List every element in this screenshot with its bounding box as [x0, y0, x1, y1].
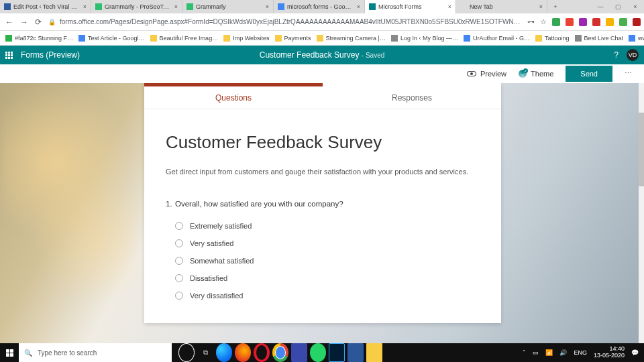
bookmark-item[interactable]: UrAuthor Email - G… — [464, 35, 530, 42]
ext-icon[interactable] — [633, 18, 641, 26]
ext-icon[interactable] — [592, 18, 600, 26]
battery-icon[interactable]: ▭ — [533, 349, 539, 356]
radio-icon — [175, 274, 183, 282]
forward-icon[interactable]: → — [20, 17, 28, 27]
scrollbar-thumb[interactable] — [639, 113, 644, 186]
browser-tab[interactable]: Edit Post ‹ Tech Viral — Wor× — [0, 0, 91, 13]
form-title[interactable]: Customer Feedback Survey — [166, 132, 480, 153]
form-description[interactable]: Get direct input from customers and gaug… — [166, 168, 480, 176]
options-list: Extremely satisfied Very satisfied Somew… — [166, 217, 480, 304]
explorer-icon[interactable] — [366, 343, 382, 362]
question-text: 1.Overall, how satisfied are you with ou… — [166, 200, 480, 208]
opera-icon[interactable] — [254, 343, 270, 362]
firefox-icon[interactable] — [235, 343, 251, 362]
tray-chevron-icon[interactable]: ˄ — [523, 349, 526, 356]
browser-tab-strip: Edit Post ‹ Tech Viral — Wor× Grammarly … — [0, 0, 644, 13]
back-icon[interactable]: ← — [5, 17, 13, 27]
tab-questions[interactable]: Questions — [144, 86, 323, 109]
window-close-icon[interactable]: × — [627, 0, 644, 13]
language-indicator[interactable]: ENG — [574, 349, 587, 356]
user-avatar[interactable]: VD — [627, 49, 639, 61]
preview-button[interactable]: Preview — [467, 70, 506, 78]
close-icon[interactable]: × — [357, 3, 360, 10]
option-item[interactable]: Very dissatisfied — [175, 287, 480, 304]
bookmark-item[interactable]: #fa872c Stunning F… — [5, 35, 73, 42]
option-item[interactable]: Very satisfied — [175, 235, 480, 252]
more-icon[interactable]: ⋯ — [625, 69, 633, 78]
help-icon[interactable]: ? — [614, 50, 619, 60]
windows-taskbar: 🔍Type here to search ⧉ ˄ ▭ 📶 🔊 ENG 14:40… — [0, 343, 644, 362]
bookmark-item[interactable]: www.bootnet.in - G… — [629, 35, 644, 42]
search-icon: 🔍 — [24, 349, 32, 357]
browser-tab[interactable]: Grammarly - ProSeoTools_× — [91, 0, 182, 13]
word-icon[interactable] — [347, 343, 364, 362]
wifi-icon[interactable]: 📶 — [545, 349, 553, 356]
app-launcher-icon[interactable] — [5, 52, 13, 59]
theme-icon: ✓ — [519, 70, 527, 78]
star-icon[interactable]: ☆ — [540, 17, 547, 26]
theme-button[interactable]: ✓Theme — [519, 70, 553, 78]
scrollbar[interactable] — [639, 83, 644, 343]
tab-responses[interactable]: Responses — [323, 86, 501, 109]
radio-icon — [175, 239, 183, 247]
browser-tab[interactable]: New Tab× — [456, 0, 547, 13]
eye-icon — [467, 71, 476, 76]
radio-icon — [175, 257, 183, 265]
form-canvas: Questions Responses Customer Feedback Su… — [0, 83, 644, 343]
close-icon[interactable]: × — [174, 3, 178, 10]
url-text: forms.office.com/Pages/DesignPage.aspx#F… — [60, 18, 521, 25]
lock-icon: 🔒 — [48, 19, 56, 25]
task-view-icon[interactable]: ⧉ — [197, 343, 213, 362]
forms-action-bar: Preview ✓Theme Send ⋯ — [0, 64, 644, 83]
browser-tab[interactable]: Microsoft Forms× — [365, 0, 456, 13]
cortana-icon[interactable] — [178, 343, 195, 362]
bookmark-item[interactable]: Best Live Chat — [575, 35, 624, 42]
radio-icon — [175, 292, 183, 300]
bookmark-item[interactable]: Test Article - Googl… — [78, 35, 145, 42]
browser-tab[interactable]: microsoft forms - Google Se× — [274, 0, 365, 13]
bookmark-item[interactable]: Imp Websites — [223, 35, 269, 42]
address-bar: ← → ⟳ 🔒 forms.office.com/Pages/DesignPag… — [0, 13, 644, 31]
bookmark-item[interactable]: Payments — [275, 35, 311, 42]
product-name[interactable]: Forms (Preview) — [21, 50, 80, 60]
bookmark-item[interactable]: Tattooing — [535, 35, 570, 42]
key-icon[interactable]: ⊶ — [527, 17, 535, 26]
ext-icon[interactable] — [606, 18, 614, 26]
document-title: Customer Feedback Survey - Saved — [260, 50, 385, 60]
url-field[interactable]: 🔒 forms.office.com/Pages/DesignPage.aspx… — [48, 18, 521, 25]
edge-icon[interactable] — [216, 343, 232, 362]
volume-icon[interactable]: 🔊 — [559, 349, 567, 356]
ext-icon[interactable] — [566, 18, 574, 26]
ext-icon[interactable] — [552, 18, 560, 26]
option-item[interactable]: Somewhat satisfied — [175, 252, 480, 269]
close-icon[interactable]: × — [266, 3, 269, 10]
browser-tab[interactable]: Grammarly× — [182, 0, 274, 13]
form-card: Questions Responses Customer Feedback Su… — [144, 83, 501, 323]
chrome-icon[interactable] — [272, 343, 288, 362]
close-icon[interactable]: × — [448, 3, 451, 10]
bookmark-item[interactable]: Streaming Camera |… — [317, 35, 386, 42]
window-maximize-icon[interactable]: ▢ — [609, 0, 627, 13]
window-minimize-icon[interactable]: — — [592, 0, 609, 13]
radio-icon — [175, 222, 183, 230]
send-button[interactable]: Send — [566, 66, 612, 82]
option-item[interactable]: Dissatisfied — [175, 269, 480, 287]
app-icon[interactable] — [291, 343, 307, 362]
reload-icon[interactable]: ⟳ — [35, 17, 42, 27]
notifications-icon[interactable]: 💬 — [631, 349, 639, 356]
option-item[interactable]: Extremely satisfied — [175, 217, 480, 235]
start-button[interactable] — [0, 343, 19, 362]
whatsapp-icon[interactable] — [310, 343, 326, 362]
close-icon[interactable]: × — [83, 3, 87, 10]
new-tab-button[interactable]: + — [547, 0, 564, 13]
photoshop-icon[interactable] — [329, 343, 345, 362]
bookmark-item[interactable]: Log In ‹ My Blog —… — [391, 35, 458, 42]
ext-icon[interactable] — [579, 18, 587, 26]
close-icon[interactable]: × — [539, 3, 543, 10]
taskbar-clock[interactable]: 14:4013-05-2020 — [594, 346, 625, 359]
forms-app-bar: Forms (Preview) Customer Feedback Survey… — [0, 46, 644, 64]
bookmarks-bar: #fa872c Stunning F… Test Article - Googl… — [0, 31, 644, 46]
ext-icon[interactable] — [619, 18, 627, 26]
taskbar-search[interactable]: 🔍Type here to search — [19, 343, 172, 362]
bookmark-item[interactable]: Beautiful Free Imag… — [150, 35, 219, 42]
